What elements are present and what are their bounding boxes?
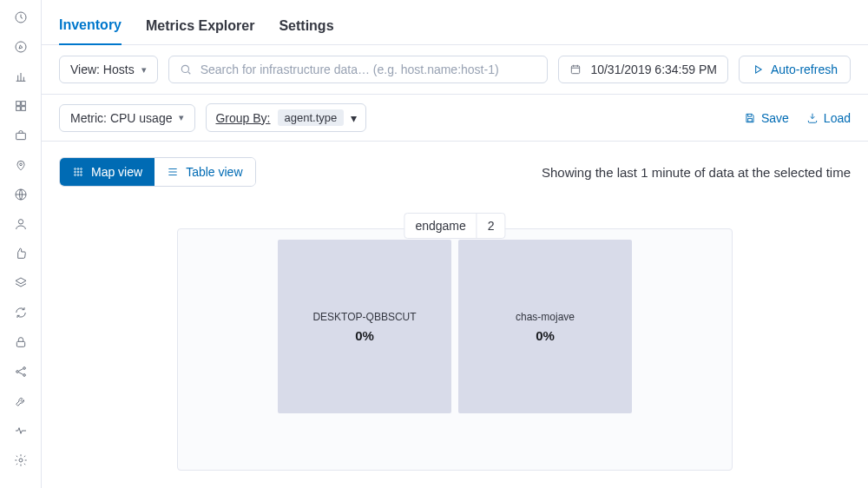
pin-icon[interactable] bbox=[12, 156, 30, 174]
bar-chart-icon[interactable] bbox=[12, 68, 30, 85]
thumbs-icon[interactable] bbox=[12, 245, 30, 262]
lock-icon[interactable] bbox=[12, 333, 30, 351]
refresh-icon[interactable] bbox=[12, 304, 30, 321]
clock-icon[interactable] bbox=[12, 9, 30, 26]
group-label[interactable]: endgame 2 bbox=[404, 213, 505, 239]
grid-icon bbox=[72, 166, 84, 178]
svg-point-7 bbox=[19, 163, 22, 166]
table-view-label: Table view bbox=[186, 165, 242, 179]
download-icon bbox=[806, 112, 819, 124]
search-box[interactable] bbox=[168, 56, 549, 83]
autorefresh-button[interactable]: Auto-refresh bbox=[739, 56, 851, 83]
top-tabs: Inventory Metrics Explorer Settings bbox=[42, 0, 868, 45]
metric-dropdown[interactable]: Metric: CPU usage ▾ bbox=[59, 104, 195, 132]
svg-rect-17 bbox=[748, 118, 753, 122]
tab-inventory[interactable]: Inventory bbox=[59, 17, 122, 45]
load-button[interactable]: Load bbox=[806, 111, 851, 125]
groupby-chip: agent.type bbox=[278, 109, 345, 126]
svg-point-24 bbox=[75, 175, 76, 176]
main-panel: Inventory Metrics Explorer Settings View… bbox=[42, 0, 868, 488]
user-icon[interactable] bbox=[12, 215, 30, 233]
groupby-label: Group By: bbox=[215, 111, 270, 125]
load-label: Load bbox=[824, 111, 851, 125]
view-toggle: Map view Table view bbox=[59, 157, 256, 187]
svg-rect-4 bbox=[16, 107, 20, 111]
date-value: 10/31/2019 6:34:59 PM bbox=[590, 63, 717, 76]
svg-point-18 bbox=[75, 168, 76, 170]
view-dropdown[interactable]: View: Hosts ▾ bbox=[59, 56, 158, 83]
wrench-icon[interactable] bbox=[12, 392, 30, 410]
svg-point-25 bbox=[77, 175, 79, 176]
host-tile[interactable]: chas-mojave 0% bbox=[458, 240, 632, 413]
compass-icon[interactable] bbox=[12, 38, 30, 56]
svg-rect-16 bbox=[572, 66, 580, 74]
svg-point-26 bbox=[81, 175, 82, 176]
status-text: Showing the last 1 minute of data at the… bbox=[542, 165, 851, 180]
map-view-button[interactable]: Map view bbox=[60, 158, 155, 186]
svg-point-22 bbox=[77, 171, 79, 173]
svg-point-21 bbox=[75, 171, 76, 173]
svg-point-11 bbox=[16, 371, 18, 373]
metric-label: Metric: CPU usage bbox=[70, 111, 172, 125]
view-row: Map view Table view Showing the last 1 m… bbox=[42, 142, 868, 199]
host-value: 0% bbox=[536, 328, 555, 343]
host-name: chas-mojave bbox=[516, 311, 575, 323]
svg-point-19 bbox=[77, 168, 79, 170]
host-group: endgame 2 DESKTOP-QBBSCUT 0% chas-mojave… bbox=[177, 228, 733, 471]
share-icon[interactable] bbox=[12, 363, 30, 380]
left-icon-rail bbox=[0, 0, 42, 488]
map-area: endgame 2 DESKTOP-QBBSCUT 0% chas-mojave… bbox=[42, 199, 868, 488]
svg-rect-3 bbox=[21, 102, 25, 106]
autorefresh-label: Auto-refresh bbox=[771, 63, 838, 76]
svg-point-1 bbox=[16, 42, 26, 52]
globe-icon[interactable] bbox=[12, 186, 30, 203]
svg-point-14 bbox=[19, 458, 23, 462]
host-tile[interactable]: DESKTOP-QBBSCUT 0% bbox=[278, 240, 451, 413]
svg-rect-6 bbox=[16, 133, 25, 139]
filter-bar-1: View: Hosts ▾ 10/31/2019 6:34:59 PM Auto… bbox=[42, 45, 868, 95]
search-icon bbox=[180, 63, 192, 76]
table-view-button[interactable]: Table view bbox=[155, 158, 254, 186]
briefcase-icon[interactable] bbox=[12, 127, 30, 144]
svg-point-13 bbox=[23, 374, 25, 377]
calendar-icon bbox=[569, 63, 582, 76]
chevron-down-icon: ▾ bbox=[141, 64, 147, 76]
svg-rect-5 bbox=[21, 107, 25, 111]
svg-point-12 bbox=[23, 367, 25, 370]
host-name: DESKTOP-QBBSCUT bbox=[312, 311, 416, 323]
filter-bar-2: Metric: CPU usage ▾ Group By: agent.type… bbox=[42, 95, 868, 142]
layers-icon[interactable] bbox=[12, 274, 30, 292]
svg-rect-10 bbox=[16, 341, 24, 346]
save-button[interactable]: Save bbox=[744, 111, 789, 125]
svg-rect-2 bbox=[16, 102, 20, 106]
play-icon bbox=[752, 63, 764, 76]
date-picker[interactable]: 10/31/2019 6:34:59 PM bbox=[558, 56, 728, 83]
group-count: 2 bbox=[477, 214, 505, 238]
search-input[interactable] bbox=[201, 63, 537, 76]
save-icon bbox=[744, 112, 756, 124]
groupby-dropdown[interactable]: Group By: agent.type ▾ bbox=[206, 103, 366, 132]
group-name: endgame bbox=[404, 214, 476, 238]
svg-point-23 bbox=[81, 171, 82, 173]
host-value: 0% bbox=[355, 328, 374, 343]
heartbeat-icon[interactable] bbox=[12, 422, 30, 439]
view-label: View: Hosts bbox=[70, 63, 135, 76]
svg-point-15 bbox=[181, 65, 188, 72]
right-actions: Save Load bbox=[744, 111, 851, 125]
save-label: Save bbox=[761, 111, 789, 125]
tab-settings[interactable]: Settings bbox=[279, 18, 333, 44]
svg-point-9 bbox=[18, 220, 23, 224]
dashboard-icon[interactable] bbox=[12, 97, 30, 115]
chevron-down-icon: ▾ bbox=[179, 112, 184, 123]
map-view-label: Map view bbox=[91, 165, 142, 179]
chevron-down-icon: ▾ bbox=[351, 111, 357, 125]
svg-point-20 bbox=[81, 168, 82, 170]
list-icon bbox=[167, 166, 179, 178]
gear-icon[interactable] bbox=[12, 452, 30, 469]
tab-metrics-explorer[interactable]: Metrics Explorer bbox=[146, 18, 254, 44]
